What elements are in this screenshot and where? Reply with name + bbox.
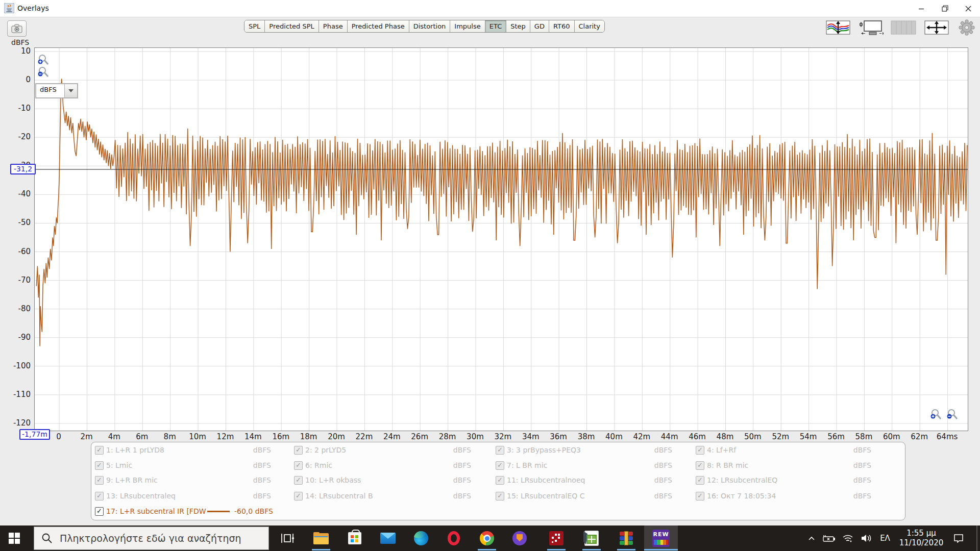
tab-step[interactable]: Step [506,20,530,32]
active-indicator [644,549,678,550]
tab-predicted-phase[interactable]: Predicted Phase [348,20,409,32]
zoom-in-y-button[interactable] [36,54,50,66]
windows-logo-icon [9,533,20,544]
values-panel-icon[interactable] [891,20,916,35]
opera-icon[interactable] [442,525,466,551]
tray-chevron-up-icon[interactable] [804,525,819,551]
pan-icon[interactable] [924,20,949,35]
running-indicator [312,549,330,550]
legend-checkbox[interactable]: ✓ [696,446,704,455]
camera-icon [11,24,22,33]
x-tick-label: 20m [328,432,345,441]
combo-value: dBFS [36,84,64,97]
x-tick-label: 34m [522,432,540,441]
x-tick-label: 2m [80,432,92,441]
y-axis-unit-label: dBFS [11,38,29,46]
show-desktop-button[interactable] [976,525,977,551]
edge-icon[interactable] [409,525,433,551]
language-indicator[interactable]: ΕΛ [876,525,894,551]
legend-label: 12: LRsubcentralEQ [707,473,777,487]
x-tick-label: 10m [189,432,206,441]
red-grid-app-icon[interactable] [544,525,569,551]
tab-rt60[interactable]: RT60 [549,20,575,32]
taskbar-search-input[interactable]: Πληκτρολογήστε εδώ για αναζήτηση [34,527,269,550]
tab-gd[interactable]: GD [530,20,549,32]
microsoft-store-icon[interactable] [342,525,367,551]
tab-clarity[interactable]: Clarity [575,20,604,32]
x-tick-label: 52m [772,432,789,441]
x-tick-label: 62m [911,432,928,441]
y-axis-unit-combo[interactable]: dBFS [35,83,78,98]
x-tick-label: 50m [744,432,762,441]
running-indicator [617,549,635,550]
x-tick-label: 38m [578,432,595,441]
x-tick-label: 6m [136,432,148,441]
winrar-icon[interactable] [614,525,639,551]
etc-trace [36,79,967,346]
graph-type-tabbar: SPLPredicted SPLPhasePredicted PhaseDist… [244,20,605,33]
volume-icon[interactable] [857,525,876,551]
x-tick-label: 36m [550,432,567,441]
x-tick-label: 18m [300,432,317,441]
zoom-in-x-button[interactable] [929,409,942,421]
tab-predicted-spl[interactable]: Predicted SPL [265,20,319,32]
action-center-icon[interactable] [948,525,969,551]
y-tick-label: -100 [0,361,31,370]
capture-graph-button[interactable] [7,20,27,37]
restore-button[interactable] [933,0,957,17]
battery-icon[interactable] [821,525,837,551]
thumbnails-panel-icon[interactable] [859,20,884,35]
tab-impulse[interactable]: Impulse [450,20,485,32]
x-tick-label: 64ms [937,432,958,441]
x-tick-label: 46m [689,432,706,441]
x-tick-label: 8m [164,432,176,441]
y-tick-label: 10 [0,46,31,56]
tab-etc[interactable]: ETC [485,20,506,32]
close-button[interactable] [957,0,980,17]
zoom-out-y-button[interactable] [36,66,50,79]
legend-checkbox[interactable]: ✓ [95,507,104,516]
legend-checkbox[interactable]: ✓ [696,476,704,485]
running-indicator [582,549,601,550]
clock[interactable]: 1:55 μμ 11/10/2020 [896,525,947,551]
y-tick-label: 0 [0,75,31,84]
task-view-icon[interactable] [275,525,300,551]
x-tick-label: 54m [800,432,817,441]
chrome-icon[interactable] [475,525,499,551]
legend-label: 17: L+R subcentral IR [FDW [106,504,206,518]
tab-spl[interactable]: SPL [244,20,265,32]
legend-label: 4: Lf+Rf [707,443,736,457]
tab-phase[interactable]: Phase [319,20,348,32]
x-tick-label: 4m [108,432,120,441]
y-tick-label: -50 [0,218,31,227]
mail-icon[interactable] [376,525,400,551]
libreoffice-calc-icon[interactable] [579,525,604,551]
x-tick-label: 32m [494,432,511,441]
wifi-icon[interactable] [839,525,856,551]
minimize-button[interactable] [910,0,933,17]
legend-label: 8: R BR mic [707,458,748,472]
settings-gear-icon[interactable] [955,20,978,35]
y-tick-label: -60 [0,247,31,256]
zoom-out-x-button[interactable] [945,409,959,421]
y-tick-label: -110 [0,390,31,399]
rew-icon[interactable]: REW [649,525,673,551]
legend-checkbox[interactable]: ✓ [696,461,704,470]
y-tick-label: -90 [0,333,31,342]
legend-checkbox[interactable]: ✓ [696,492,704,500]
secure-browser-icon[interactable] [507,525,532,551]
etc-plot-area[interactable]: dBFS [34,47,968,431]
cursor-level-readout: -31,2 [10,164,36,174]
etc-chart [35,48,968,431]
x-tick-label: 58m [855,432,873,441]
legend-entry: ✓16: Окт 7 18:05:34dBFS [91,489,905,503]
file-explorer-icon[interactable] [309,525,333,551]
legend-value: dBFS [830,473,871,487]
legend-entry: ✓17: L+R subcentral IR [FDW [91,504,905,518]
overlay-traces-icon[interactable] [825,20,851,35]
title-bar: Overlays [0,0,980,17]
tab-distortion[interactable]: Distortion [409,20,451,32]
legend-active-value: -60,0 dBFS [234,504,296,518]
combo-dropdown-button[interactable] [64,84,77,97]
start-button[interactable] [0,525,29,551]
